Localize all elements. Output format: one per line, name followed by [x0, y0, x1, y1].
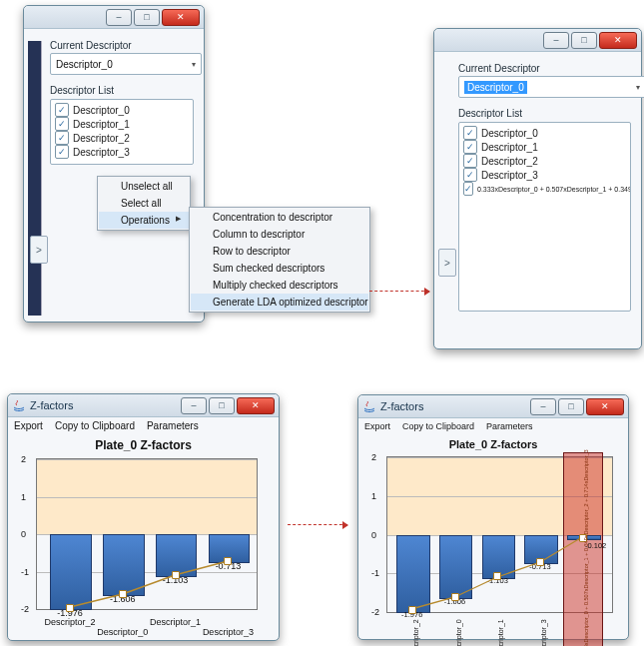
- menu-copy[interactable]: Copy to Clipboard: [402, 421, 474, 431]
- java-icon: [362, 399, 376, 413]
- titlebar-z-left: Z-factors – □ ✕: [8, 394, 279, 417]
- xtick: Descriptor_2: [412, 619, 419, 646]
- xtick: Descriptor_3: [203, 627, 254, 637]
- list-item[interactable]: Descriptor_1: [55, 117, 189, 131]
- xtick: Descriptor_1: [497, 619, 504, 646]
- submenu-item[interactable]: Row to descriptor: [191, 243, 368, 260]
- maximize-icon[interactable]: □: [558, 398, 584, 415]
- descriptor-list-b: Descriptor_0 Descriptor_1 Descriptor_2 D…: [458, 122, 631, 312]
- list-item-label: Descriptor_2: [73, 133, 130, 144]
- list-item-label: Descriptor_0: [481, 128, 538, 139]
- list-item-label: Descriptor_0: [73, 105, 130, 116]
- point-marker: [451, 593, 459, 601]
- minimize-icon[interactable]: –: [106, 9, 132, 26]
- list-item[interactable]: Descriptor_2: [463, 154, 626, 168]
- ytick: -2: [371, 607, 379, 617]
- close-icon[interactable]: ✕: [586, 398, 624, 415]
- java-icon: [12, 398, 26, 412]
- minimize-icon[interactable]: –: [530, 398, 556, 415]
- chart-title: Plate_0 Z-factors: [8, 438, 279, 452]
- list-item-lda[interactable]: 0.333xDescriptor_0 + 0.507xDescriptor_1 …: [463, 182, 626, 196]
- list-item-label: Descriptor_3: [481, 170, 538, 181]
- ytick: -2: [21, 604, 29, 614]
- list-item[interactable]: Descriptor_3: [463, 168, 626, 182]
- context-menu-item[interactable]: Select all: [99, 195, 189, 212]
- submenu-item-lda[interactable]: Generate LDA optimized descriptor: [191, 294, 368, 311]
- point-marker: [408, 606, 416, 614]
- ytick: -1: [371, 568, 379, 578]
- checkbox[interactable]: [463, 126, 477, 140]
- ytick: 1: [21, 492, 26, 502]
- maximize-icon[interactable]: □: [209, 397, 235, 414]
- checkbox[interactable]: [55, 117, 69, 131]
- list-item[interactable]: Descriptor_0: [55, 103, 189, 117]
- checkbox[interactable]: [463, 182, 473, 196]
- checkbox[interactable]: [55, 131, 69, 145]
- titlebar-b: – □ ✕: [434, 29, 641, 52]
- checkbox[interactable]: [55, 103, 69, 117]
- list-item[interactable]: Descriptor_3: [55, 145, 189, 159]
- menu-export[interactable]: Export: [14, 420, 43, 431]
- zfactors-menu: Export Copy to Clipboard Parameters: [358, 418, 628, 434]
- ytick: -1: [21, 567, 29, 577]
- descriptor-window-b: – □ ✕ > Current Descriptor Descriptor_0 …: [433, 28, 642, 349]
- context-menu-item[interactable]: Unselect all: [99, 178, 189, 195]
- bar: [50, 534, 92, 610]
- point-marker: [224, 557, 232, 565]
- descriptor-list-label: Descriptor List: [458, 108, 631, 119]
- close-icon[interactable]: ✕: [162, 9, 200, 26]
- current-descriptor-dropdown[interactable]: Descriptor_0 ▾: [50, 53, 202, 75]
- context-menu[interactable]: Unselect all Select all Operations: [97, 176, 191, 231]
- current-descriptor-dropdown[interactable]: Descriptor_0 ▾: [458, 76, 644, 98]
- current-descriptor-label: Current Descriptor: [458, 63, 631, 74]
- arrow-connector: [288, 524, 347, 525]
- checkbox[interactable]: [463, 154, 477, 168]
- bar: [396, 535, 430, 614]
- operations-submenu[interactable]: Concentration to descriptor Column to de…: [189, 207, 370, 313]
- expand-chevron[interactable]: >: [30, 236, 48, 264]
- titlebar-z-right: Z-factors – □ ✕: [358, 395, 628, 418]
- point-marker: [172, 571, 180, 579]
- list-item[interactable]: Descriptor_0: [463, 126, 626, 140]
- close-icon[interactable]: ✕: [237, 397, 275, 414]
- list-item[interactable]: Descriptor_1: [463, 140, 626, 154]
- list-item-label: Descriptor_1: [73, 119, 130, 130]
- ytick: 0: [21, 529, 26, 539]
- titlebar-a: – □ ✕: [24, 6, 204, 29]
- point-marker: [493, 572, 501, 580]
- title: Z-factors: [376, 400, 528, 412]
- maximize-icon[interactable]: □: [571, 32, 597, 49]
- menu-export[interactable]: Export: [364, 421, 390, 431]
- submenu-item[interactable]: Multiply checked descriptors: [191, 277, 368, 294]
- xtick: Descriptor_3: [540, 619, 547, 646]
- list-item-label: Descriptor_1: [481, 142, 538, 153]
- xtick: Descriptor_0: [97, 627, 148, 637]
- close-icon[interactable]: ✕: [599, 32, 637, 49]
- chevron-down-icon: ▾: [192, 60, 196, 69]
- minimize-icon[interactable]: –: [543, 32, 569, 49]
- xtick: Descriptor_0: [455, 619, 462, 646]
- maximize-icon[interactable]: □: [134, 9, 160, 26]
- list-item[interactable]: Descriptor_2: [55, 131, 189, 145]
- checkbox[interactable]: [55, 145, 69, 159]
- list-item-label: Descriptor_3: [73, 147, 130, 158]
- checkbox[interactable]: [463, 140, 477, 154]
- checkbox[interactable]: [463, 168, 477, 182]
- menu-parameters[interactable]: Parameters: [486, 421, 533, 431]
- menu-parameters[interactable]: Parameters: [147, 420, 199, 431]
- ytick: 1: [371, 491, 376, 501]
- submenu-item[interactable]: Concentration to descriptor: [191, 209, 368, 226]
- descriptor-list-label: Descriptor List: [50, 85, 194, 96]
- bar: [439, 535, 473, 599]
- xtick: Descriptor_2: [44, 617, 95, 627]
- minimize-icon[interactable]: –: [181, 397, 207, 414]
- ytick: 0: [371, 530, 376, 540]
- menu-copy[interactable]: Copy to Clipboard: [55, 420, 135, 431]
- context-menu-item-operations[interactable]: Operations: [99, 212, 189, 229]
- expand-chevron[interactable]: >: [438, 249, 456, 277]
- current-descriptor-label: Current Descriptor: [50, 40, 194, 51]
- submenu-item[interactable]: Column to descriptor: [191, 226, 368, 243]
- list-item-label: Descriptor_2: [481, 156, 538, 167]
- submenu-item[interactable]: Sum checked descriptors: [191, 260, 368, 277]
- chevron-down-icon: ▾: [636, 83, 640, 92]
